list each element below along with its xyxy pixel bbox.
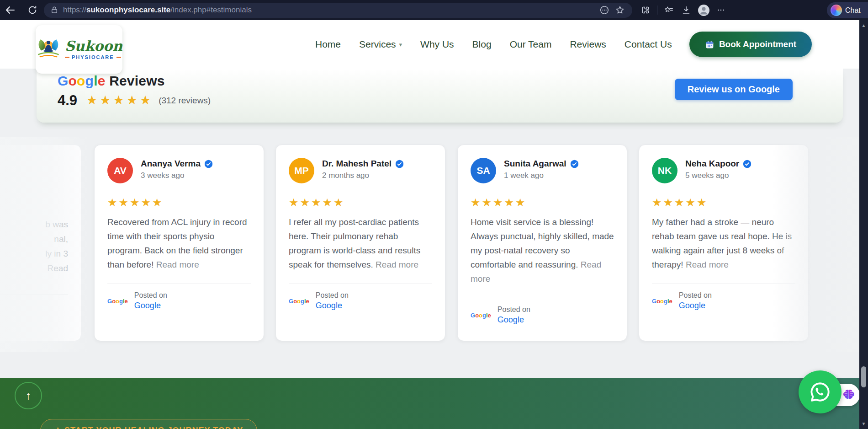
toolbar-divider <box>657 5 657 15</box>
collections-icon[interactable] <box>661 2 677 18</box>
scrollbar-down-icon[interactable]: ▼ <box>859 421 868 426</box>
logo-dash <box>65 57 69 58</box>
book-appointment-button[interactable]: Book Appointment <box>689 32 812 57</box>
downloads-icon[interactable] <box>678 2 694 18</box>
toolbar-icons <box>638 2 729 18</box>
site-navbar: Sukoon PHYSIOCARE Home Services▾ Why Us … <box>0 20 868 69</box>
google-link[interactable]: Google <box>134 301 167 311</box>
scroll-to-top-button[interactable]: ↑ <box>15 382 42 409</box>
review-card: MP Dr. Mahesh Patel 2 months ago ★★★★★ I… <box>275 145 445 341</box>
browser-toolbar: https://sukoonphysiocare.site/index.php#… <box>0 0 868 20</box>
main-menu: Home Services▾ Why Us Blog Our Team Revi… <box>315 20 672 69</box>
google-logo-small: Google <box>652 298 672 305</box>
google-reviews-header: Google Reviews 4.9 ★★★★★ (312 reviews) R… <box>37 69 843 123</box>
google-logo-small: Google <box>289 298 309 305</box>
divider <box>471 298 614 298</box>
reviewer-name: Neha Kapoor <box>685 159 739 169</box>
read-more-link[interactable]: Read more <box>376 260 418 269</box>
rating-summary: 4.9 ★★★★★ (312 reviews) <box>58 92 211 109</box>
chevron-down-icon: ▾ <box>399 41 402 48</box>
divider <box>652 284 795 284</box>
review-stars: ★★★★★ <box>107 197 251 208</box>
divider <box>107 284 251 284</box>
browser-scrollbar[interactable]: ▲ ▼ <box>859 20 868 429</box>
screen: https://sukoonphysiocare.site/index.php#… <box>0 0 868 429</box>
address-bar[interactable]: https://sukoonphysiocare.site/index.php#… <box>44 3 632 18</box>
nav-item-home[interactable]: Home <box>315 39 341 50</box>
google-link[interactable]: Google <box>316 301 349 311</box>
reviewer-name: Ananya Verma <box>141 159 201 169</box>
scrollbar-up-icon[interactable]: ▲ <box>859 23 868 28</box>
google-link[interactable]: Google <box>679 301 712 311</box>
logo-illustration <box>36 36 61 63</box>
posted-on-label: Posted on <box>316 291 349 300</box>
logo-title: Sukoon <box>65 39 122 53</box>
reader-more-icon[interactable] <box>597 2 612 18</box>
posted-on-label: Posted on <box>134 291 167 300</box>
copilot-icon <box>831 5 842 16</box>
lock-icon[interactable] <box>50 6 58 14</box>
profile-avatar-icon[interactable] <box>696 2 711 18</box>
nav-item-reviews[interactable]: Reviews <box>570 39 606 50</box>
verified-badge-icon <box>570 160 579 168</box>
section-title: Google Reviews <box>58 73 165 89</box>
favorite-star-icon[interactable] <box>612 2 628 18</box>
extensions-puzzle-icon[interactable] <box>638 2 653 18</box>
read-more-link[interactable]: Read more <box>156 260 199 269</box>
review-time: 5 weeks ago <box>685 171 752 180</box>
whatsapp-button[interactable] <box>799 370 842 413</box>
avatar: AV <box>107 158 133 183</box>
verified-badge-icon <box>204 160 213 168</box>
google-logo-small: Google <box>107 298 128 305</box>
page-content: Google Reviews 4.9 ★★★★★ (312 reviews) R… <box>0 69 868 429</box>
review-text: Recovered from ACL injury in record time… <box>107 215 251 272</box>
review-stars: ★★★★★ <box>289 197 432 208</box>
verified-badge-icon <box>395 160 404 168</box>
nav-item-services[interactable]: Services▾ <box>359 39 402 50</box>
scrollbar-thumb[interactable] <box>861 366 866 387</box>
nav-item-why-us[interactable]: Why Us <box>420 39 454 50</box>
partial-review-text: b was nal, ly in 3 Read <box>0 217 68 276</box>
read-more-link[interactable]: Read more <box>686 260 729 269</box>
book-appointment-label: Book Appointment <box>719 39 796 49</box>
google-logo-small: Google <box>471 312 491 319</box>
reviewer-name: Sunita Agarwal <box>504 159 566 169</box>
verified-badge-icon <box>743 160 752 168</box>
review-text: Home visit service is a blessing! Always… <box>471 215 614 286</box>
url-text[interactable]: https://sukoonphysiocare.site/index.php#… <box>63 5 597 15</box>
page-footer: ↑ ✦ START YOUR HEALING JOURNEY TODAY <box>0 378 868 429</box>
review-time: 3 weeks ago <box>141 171 213 180</box>
up-arrow-icon: ↑ <box>26 389 32 403</box>
nav-item-contact-us[interactable]: Contact Us <box>625 39 672 50</box>
rating-value: 4.9 <box>58 92 77 109</box>
rating-stars: ★★★★★ <box>86 93 153 107</box>
back-icon[interactable] <box>3 2 18 18</box>
review-stars: ★★★★★ <box>471 197 614 208</box>
logo-dash <box>116 57 121 58</box>
healing-journey-banner[interactable]: ✦ START YOUR HEALING JOURNEY TODAY <box>40 419 257 429</box>
refresh-icon[interactable] <box>25 2 40 18</box>
site-logo[interactable]: Sukoon PHYSIOCARE <box>36 25 122 74</box>
posted-on-label: Posted on <box>498 306 530 314</box>
google-wordmark: Google <box>58 73 106 88</box>
review-card: NK Neha Kapoor 5 weeks ago ★★★★★ My fath… <box>639 145 809 341</box>
chat-label: Chat <box>845 6 861 15</box>
review-card: SA Sunita Agarwal 1 week ago ★★★★★ Home … <box>457 145 627 341</box>
logo-subtitle: PHYSIOCARE <box>72 54 114 60</box>
nav-item-our-team[interactable]: Our Team <box>510 39 552 50</box>
nav-item-blog[interactable]: Blog <box>472 39 492 50</box>
review-us-on-google-button[interactable]: Review us on Google <box>675 79 793 100</box>
review-time: 1 week ago <box>504 171 579 180</box>
review-count: (312 reviews) <box>159 96 211 106</box>
avatar: NK <box>652 158 677 183</box>
review-stars: ★★★★★ <box>652 197 795 208</box>
review-time: 2 months ago <box>322 171 404 180</box>
calendar-icon <box>705 40 715 49</box>
avatar: SA <box>471 158 496 183</box>
copilot-chat-button[interactable]: Chat <box>827 2 868 18</box>
settings-more-icon[interactable] <box>713 2 729 18</box>
google-link[interactable]: Google <box>498 315 530 325</box>
posted-on-label: Posted on <box>679 291 712 300</box>
brain-icon <box>842 388 856 402</box>
review-card: AV Ananya Verma 3 weeks ago ★★★★★ Recove… <box>94 145 264 341</box>
